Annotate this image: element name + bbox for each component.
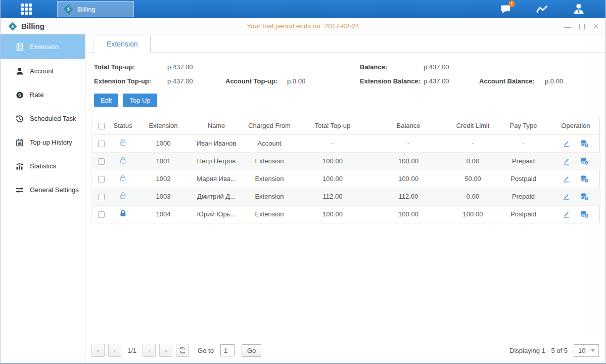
chevron-down-icon xyxy=(591,349,595,352)
cell-extension: 1000 xyxy=(135,134,191,152)
top-up-button[interactable]: Top Up xyxy=(123,94,157,107)
summary-label: Account Top-up: xyxy=(225,77,287,85)
select-all-checkbox[interactable] xyxy=(98,123,105,129)
first-page-button[interactable]: « xyxy=(91,344,105,357)
sidebar-item-rate[interactable]: S Rate xyxy=(1,83,85,107)
edit-pencil-icon[interactable] xyxy=(563,193,571,201)
edit-pencil-icon[interactable] xyxy=(563,140,571,148)
summary-value: p.437.00 xyxy=(424,77,479,85)
status-lock-icon[interactable] xyxy=(119,192,127,200)
cell-extension: 1003 xyxy=(135,188,191,205)
cell-credit-limit: 50.00 xyxy=(449,170,497,188)
summary-value: p.437.00 xyxy=(424,63,479,71)
taskbar-item-label: Billing xyxy=(78,6,96,13)
maximize-icon[interactable] xyxy=(579,24,585,29)
sidebar-item-statistics[interactable]: Statistics xyxy=(1,154,85,178)
displaying-text: Displaying 1 - 5 of 5 xyxy=(509,347,568,354)
edit-pencil-icon[interactable] xyxy=(563,210,571,218)
cell-extension: 1001 xyxy=(135,152,191,170)
sidebar-item-label: Top-up History xyxy=(30,139,72,146)
table-row: 1000 Иван Иванов Account - - - - $ xyxy=(92,134,601,152)
cell-credit-limit: - xyxy=(449,134,497,152)
sidebar-item-scheduled-task[interactable]: Scheduled Task xyxy=(1,107,85,130)
top-up-coins-icon[interactable]: $ xyxy=(580,140,589,148)
top-up-coins-icon[interactable]: $ xyxy=(580,210,589,218)
page-indicator: 1/1 xyxy=(127,347,136,354)
cell-credit-limit: 100.00 xyxy=(449,205,497,223)
account-person-icon xyxy=(16,67,24,75)
sidebar-item-topup-history[interactable]: Top-up History xyxy=(1,130,85,154)
column-header-name: Name xyxy=(191,117,242,134)
refresh-button[interactable] xyxy=(176,344,189,357)
extension-table: Status Extension Name Charged From Total… xyxy=(91,117,600,223)
prev-page-button[interactable]: ‹ xyxy=(108,344,121,357)
tab-bar: Extension xyxy=(85,34,605,53)
cell-total-top-up: 100.00 xyxy=(297,205,368,223)
cell-extension: 1004 xyxy=(135,205,191,223)
cell-pay-type: Postpaid xyxy=(497,205,550,223)
action-buttons: Edit Top Up xyxy=(85,85,605,107)
row-checkbox[interactable] xyxy=(98,176,105,183)
edit-pencil-icon[interactable] xyxy=(563,175,571,183)
row-checkbox[interactable] xyxy=(98,194,105,200)
summary-value: p.0.00 xyxy=(287,77,360,85)
minimize-icon[interactable]: — xyxy=(564,23,571,30)
cell-credit-limit: 0.00 xyxy=(449,152,497,170)
row-checkbox[interactable] xyxy=(98,211,105,218)
status-lock-icon[interactable] xyxy=(119,139,127,147)
refresh-icon xyxy=(179,347,186,354)
svg-text:S: S xyxy=(18,92,21,98)
summary-label: Balance: xyxy=(360,63,424,71)
top-up-coins-icon[interactable]: $ xyxy=(580,157,589,165)
row-checkbox[interactable] xyxy=(98,141,105,147)
desktop-topbar: Billing ! xyxy=(1,0,605,18)
app-launcher-icon[interactable] xyxy=(21,4,33,15)
table-row: 1003 Дмитрий Д... Extension 112.00 112.0… xyxy=(92,188,601,205)
cell-name: Мария Ива... xyxy=(191,170,242,188)
column-header-charged-from: Charged From xyxy=(242,117,297,134)
edit-button[interactable]: Edit xyxy=(94,94,118,107)
general-settings-sliders-icon xyxy=(16,186,24,194)
rate-dollar-icon: S xyxy=(16,91,24,99)
billing-app-window: Billing ! Billing Your trial period ends… xyxy=(0,0,606,364)
cell-pay-type: Prepaid xyxy=(497,188,550,205)
user-account-icon[interactable] xyxy=(571,3,586,16)
edit-pencil-icon[interactable] xyxy=(563,157,571,165)
go-button[interactable]: Go xyxy=(242,344,261,357)
goto-label: Go to xyxy=(198,347,214,354)
status-lock-icon[interactable] xyxy=(119,174,127,182)
tab-extension[interactable]: Extension xyxy=(94,35,151,53)
summary-label: Extension Balance: xyxy=(360,77,424,85)
status-lock-icon[interactable] xyxy=(119,156,127,164)
main-content: Extension Total Top-up: p.437.00 Balance… xyxy=(85,34,605,363)
taskbar-item-billing[interactable]: Billing xyxy=(57,1,134,17)
cell-pay-type: Postpaid xyxy=(497,170,550,188)
page-size-dropdown[interactable]: 10 xyxy=(574,344,599,357)
window-controls: — × xyxy=(564,18,598,34)
sidebar-item-label: Extension xyxy=(30,43,59,51)
cell-balance: 100.00 xyxy=(368,152,449,170)
row-checkbox[interactable] xyxy=(98,158,105,165)
sidebar-item-account[interactable]: Account xyxy=(1,59,85,83)
status-lock-icon[interactable] xyxy=(119,209,127,217)
column-header-operation: Operation xyxy=(550,117,601,134)
sidebar: Extension Account S Rate Scheduled Task … xyxy=(1,34,85,363)
cell-name: Дмитрий Д... xyxy=(191,188,242,205)
next-page-button[interactable]: › xyxy=(143,344,156,357)
cell-charged-from: Extension xyxy=(242,170,297,188)
sidebar-item-general-settings[interactable]: General Settings xyxy=(1,178,85,202)
extension-ledger-icon xyxy=(16,43,24,51)
top-up-coins-icon[interactable]: $ xyxy=(580,175,589,183)
cell-name: Иван Иванов xyxy=(191,134,242,152)
goto-page-input[interactable] xyxy=(220,344,235,356)
sidebar-item-extension[interactable]: Extension xyxy=(1,34,85,59)
close-icon[interactable]: × xyxy=(593,22,598,31)
last-page-button[interactable]: » xyxy=(159,344,172,357)
sidebar-item-label: General Settings xyxy=(30,186,79,194)
summary-value: p.437.00 xyxy=(167,63,225,71)
notifications-chat-icon[interactable]: ! xyxy=(498,3,514,16)
cell-charged-from: Extension xyxy=(242,152,297,170)
cell-total-top-up: 100.00 xyxy=(297,152,368,170)
top-up-coins-icon[interactable]: $ xyxy=(580,193,589,201)
resource-monitor-chart-icon[interactable] xyxy=(535,3,550,16)
